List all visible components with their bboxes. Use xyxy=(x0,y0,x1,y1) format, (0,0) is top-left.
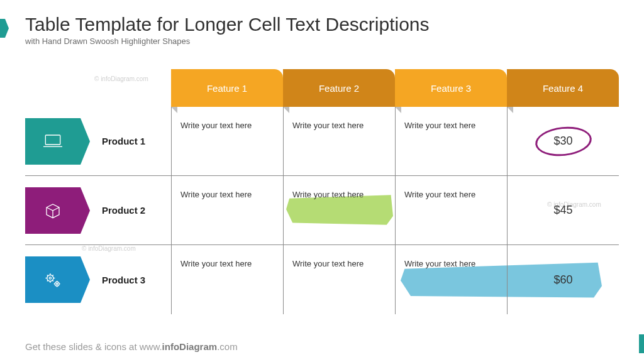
svg-line-9 xyxy=(47,275,48,277)
footer-bold: infoDiagram xyxy=(162,341,218,352)
table-row: Product 3 Write your text here Write you… xyxy=(25,245,619,314)
cell-r3c4-price: $60 xyxy=(507,245,619,314)
svg-point-14 xyxy=(57,283,58,285)
laptop-icon xyxy=(25,118,80,165)
cell-r2c4-price: $45 xyxy=(507,176,619,244)
column-header-feature-3: Feature 3 xyxy=(395,69,507,107)
svg-point-4 xyxy=(49,277,51,279)
box-icon xyxy=(25,187,80,234)
column-headers: Feature 1 Feature 2 Feature 3 Feature 4 xyxy=(171,69,619,107)
footer-prefix: Get these slides & icons at www. xyxy=(25,341,162,352)
cell-r1c4-price: $30 xyxy=(507,107,619,175)
cell-r1c1: Write your text here xyxy=(171,107,283,175)
svg-line-12 xyxy=(47,280,48,282)
accent-left xyxy=(0,19,5,38)
column-header-feature-4: Feature 4 xyxy=(507,69,619,107)
row-label-product-1: Product 1 xyxy=(80,107,171,175)
svg-line-10 xyxy=(52,280,53,282)
gears-icon xyxy=(25,256,80,303)
cell-r2c2: Write your text here xyxy=(283,176,395,244)
footer-suffix: .com xyxy=(217,341,238,352)
cell-r3c2: Write your text here xyxy=(283,245,395,314)
cell-r2c3: Write your text here xyxy=(395,176,507,244)
table-row: Product 2 Write your text here Write you… xyxy=(25,176,619,245)
column-header-feature-2: Feature 2 xyxy=(283,69,395,107)
svg-line-11 xyxy=(52,275,53,277)
page-title: Table Template for Longer Cell Text Desc… xyxy=(25,14,619,35)
accent-right xyxy=(639,334,644,353)
table-row: Product 1 Write your text here Write you… xyxy=(25,107,619,176)
cell-r1c2: Write your text here xyxy=(283,107,395,175)
footer-attribution: Get these slides & icons at www.infoDiag… xyxy=(25,341,238,352)
row-label-product-3: Product 3 xyxy=(80,245,171,314)
cell-r2c1: Write your text here xyxy=(171,176,283,244)
comparison-table: Feature 1 Feature 2 Feature 3 Feature 4 … xyxy=(25,69,619,314)
page-subtitle: with Hand Drawn Swoosh Highlighter Shape… xyxy=(25,36,619,46)
cell-r3c3: Write your text here xyxy=(395,245,507,314)
column-header-feature-1: Feature 1 xyxy=(171,69,283,107)
svg-rect-0 xyxy=(45,135,60,145)
table-rows: Product 1 Write your text here Write you… xyxy=(25,107,619,314)
cell-r3c1: Write your text here xyxy=(171,245,283,314)
svg-point-13 xyxy=(55,282,59,286)
row-label-product-2: Product 2 xyxy=(80,176,171,244)
slide-header: Table Template for Longer Cell Text Desc… xyxy=(0,0,644,48)
cell-r1c3: Write your text here xyxy=(395,107,507,175)
